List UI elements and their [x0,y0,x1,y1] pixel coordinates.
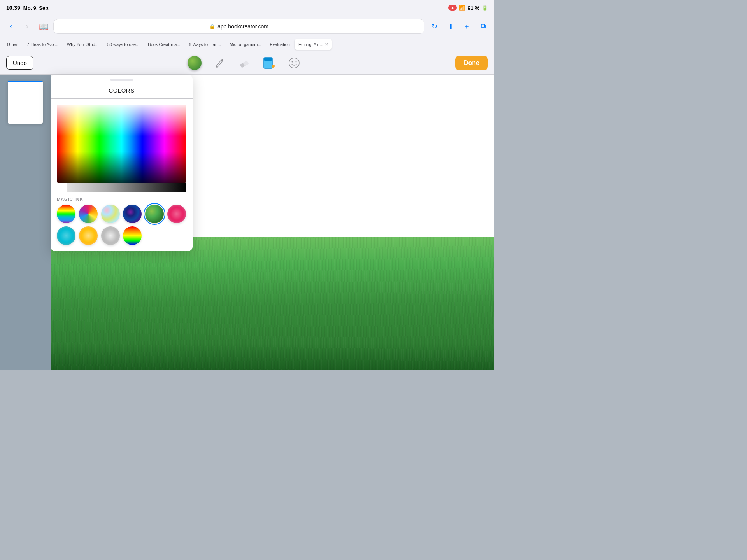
magic-ink-rainbow[interactable] [57,205,75,223]
magic-ink-galaxy[interactable] [123,205,142,223]
battery-percent: 91 % [468,5,479,11]
tab-50ways[interactable]: 50 ways to use... [103,39,144,50]
share-button[interactable]: ⬆ [444,20,457,33]
tab-label: Book Creator a... [148,42,180,47]
magic-ink-rainbow-v[interactable] [123,226,142,245]
magic-ink-label: MAGIC INK [51,192,193,205]
tab-label: Microorganism... [230,42,261,47]
panel-title: COLORS [51,81,193,98]
undo-button[interactable]: Undo [6,56,33,70]
toolbar-center [187,55,302,71]
pen-icon [214,58,224,68]
color-panel: COLORS MAGIC INK [51,75,193,251]
tab-microorganism[interactable]: Microorganism... [226,39,265,50]
back-button[interactable]: ‹ [5,20,17,33]
tab-label: Gmail [7,42,18,47]
forward-button[interactable]: › [21,20,33,33]
tab-6ways[interactable]: 6 Ways to Tran... [185,39,225,50]
tab-label: 6 Ways to Tran... [189,42,221,47]
svg-point-5 [289,58,299,68]
bookmarks-button[interactable]: 📖 [37,20,50,33]
magic-ink-silver-glitter[interactable] [101,226,120,245]
tab-bookcreator[interactable]: Book Creator a... [144,39,184,50]
color-canvas[interactable] [57,105,186,183]
record-indicator: ● [448,5,457,11]
status-bar: 10:39 Mo. 9. Sep. ● 📶 91 % 🔋 [0,0,494,16]
tab-whyyour[interactable]: Why Your Stud... [63,39,103,50]
main-area: COLORS MAGIC INK [0,75,494,370]
magic-ink-grid [51,205,193,245]
grass-texture [51,237,494,370]
left-sidebar [0,75,51,370]
address-bar[interactable]: 🔒 app.bookcreator.com [54,19,424,33]
toolbar: Undo [0,51,494,75]
color-picker-button[interactable] [187,55,202,71]
tab-label: Evaluation [270,42,290,47]
svg-point-6 [291,61,293,62]
panel-divider [51,98,193,99]
browser-bar: ‹ › 📖 🔒 app.bookcreator.com ↻ ⬆ ＋ ⧉ [0,16,494,37]
svg-point-4 [272,65,275,68]
magic-ink-holographic[interactable] [101,205,120,223]
pen-tool-button[interactable] [212,55,227,71]
magic-ink-grass[interactable] [145,205,164,223]
fill-icon [263,57,275,69]
new-tab-button[interactable]: ＋ [461,20,473,33]
magic-ink-teal-glitter[interactable] [57,226,75,245]
reload-button[interactable]: ↻ [428,20,440,33]
lock-icon: 🔒 [209,24,215,29]
svg-point-7 [295,61,296,62]
grayscale-row[interactable] [57,183,186,192]
magic-ink-gold-glitter[interactable] [79,226,98,245]
color-gradient[interactable] [57,105,186,183]
page-thumbnail[interactable] [8,81,43,124]
eraser-tool-button[interactable] [237,55,252,71]
status-time: 10:39 [6,5,20,11]
done-button[interactable]: Done [455,56,488,70]
tabs-button[interactable]: ⧉ [477,20,489,33]
emoji-icon [288,57,300,69]
tab-7ideas[interactable]: 7 Ideas to Avoi... [23,39,62,50]
tab-label: Editing 'A n... [298,42,323,47]
selected-color-circle [188,56,202,70]
tabs-bar: Gmail 7 Ideas to Avoi... Why Your Stud..… [0,37,494,51]
tab-gmail[interactable]: Gmail [3,39,22,50]
tab-label: 50 ways to use... [107,42,140,47]
url-text: app.bookcreator.com [217,23,268,30]
tab-label: 7 Ideas to Avoi... [27,42,58,47]
wifi-icon: 📶 [459,5,465,11]
magic-ink-multicolor[interactable] [79,205,98,223]
eraser-icon [239,58,250,68]
canvas-grass-area [51,237,494,370]
grayscale-canvas[interactable] [57,183,186,192]
magic-ink-pink-glitter[interactable] [167,205,186,223]
status-date: Mo. 9. Sep. [23,5,50,11]
battery-icon: 🔋 [482,5,488,11]
svg-rect-3 [264,58,272,61]
tab-label: Why Your Stud... [67,42,99,47]
fill-tool-button[interactable] [261,55,277,71]
tab-evaluation[interactable]: Evaluation [266,39,294,50]
tab-editing[interactable]: Editing 'A n... ✕ [295,39,332,50]
emoji-tool-button[interactable] [286,55,302,71]
tab-close-icon[interactable]: ✕ [325,42,328,46]
